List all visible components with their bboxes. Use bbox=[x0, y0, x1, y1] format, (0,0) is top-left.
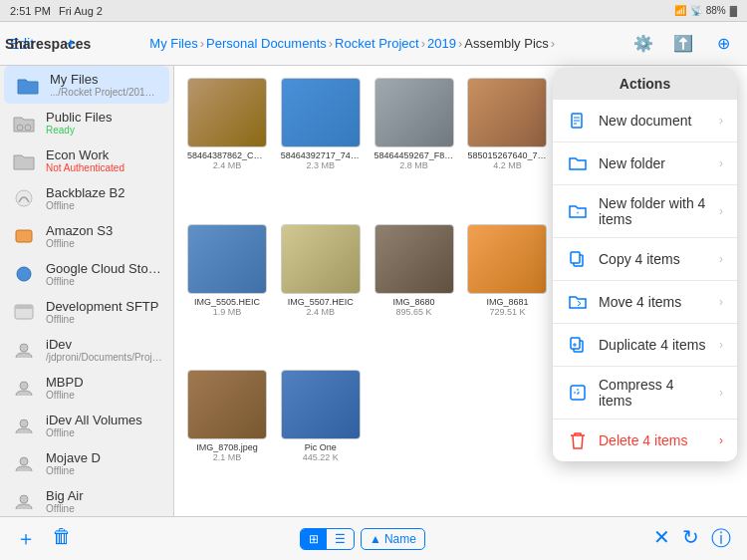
chevron-delete-4: › bbox=[719, 433, 723, 447]
nav-sharespaces-title: Sharespaces bbox=[38, 36, 58, 52]
action-compress-4[interactable]: Compress 4 items › bbox=[553, 367, 737, 420]
sharespaces-label: Sharespaces bbox=[5, 36, 91, 52]
idev-icon bbox=[10, 336, 38, 364]
file-name: 58464392717_7440E05-2...E05.JPG bbox=[281, 150, 361, 160]
settings-icon[interactable]: ⚙️ bbox=[629, 30, 657, 58]
backblaze-icon bbox=[10, 184, 38, 212]
sidebar-item-big-air[interactable]: Big Air Offline bbox=[0, 482, 173, 516]
sidebar-item-mbpd[interactable]: MBPD Offline bbox=[0, 369, 173, 407]
big-air-label: Big Air bbox=[46, 488, 163, 503]
sidebar-item-econ-work[interactable]: Econ Work Not Authenticated bbox=[0, 141, 173, 179]
action-new-document[interactable]: New document › bbox=[553, 100, 737, 142]
status-bar: 2:51 PM Fri Aug 2 📶 📡 88% ▓ bbox=[0, 0, 747, 22]
wifi-icon: 📡 bbox=[690, 5, 702, 16]
svg-point-24 bbox=[20, 457, 28, 465]
list-view-button[interactable]: ☰ bbox=[327, 529, 354, 549]
action-new-folder[interactable]: New folder › bbox=[553, 142, 737, 185]
breadcrumb-assembly-pics[interactable]: Assembly Pics bbox=[464, 36, 549, 51]
more-icon[interactable]: ⊕ bbox=[709, 30, 737, 58]
battery-icon: 📶 bbox=[674, 5, 686, 16]
svg-point-15 bbox=[25, 125, 31, 131]
mbpd-label: MBPD bbox=[46, 375, 163, 390]
file-thumb bbox=[187, 370, 267, 439]
add-button[interactable]: ＋ bbox=[16, 525, 36, 552]
sort-icon: ▲ bbox=[370, 532, 381, 546]
refresh-button[interactable]: ↻ bbox=[682, 525, 699, 552]
my-files-label: My Files bbox=[50, 72, 159, 87]
list-item[interactable]: 58464459267_F88071D3-0...254.JPG 2.8 MB bbox=[370, 74, 459, 216]
nav-bar: Edit Sharespaces + My Files › Personal D… bbox=[0, 22, 747, 66]
action-new-folder-4[interactable]: + New folder with 4 items › bbox=[553, 185, 737, 238]
new-folder-4-icon: + bbox=[567, 200, 589, 222]
dev-sftp-icon bbox=[10, 298, 38, 326]
list-item[interactable]: 58464392717_7440E05-2...E05.JPG 2.3 MB bbox=[276, 74, 366, 216]
sidebar-item-mojave[interactable]: Mojave D Offline bbox=[0, 444, 173, 482]
breadcrumb-my-files[interactable]: My Files bbox=[149, 36, 197, 51]
svg-point-14 bbox=[17, 125, 23, 131]
grid-view-button[interactable]: ⊞ bbox=[301, 529, 327, 549]
sidebar-item-amazon-s3[interactable]: Amazon S3 Offline bbox=[0, 217, 173, 255]
sidebar-item-my-files[interactable]: My Files .../Rocket Project/2019/Assembl… bbox=[4, 66, 169, 104]
nav-right: ⚙️ ⬆️ ⊕ bbox=[629, 30, 737, 58]
sort-button[interactable]: ▲ Name bbox=[361, 528, 425, 550]
amazon-s3-label: Amazon S3 bbox=[46, 223, 163, 238]
chevron-new-folder-4: › bbox=[719, 204, 723, 218]
compress-icon bbox=[567, 382, 589, 404]
file-thumb bbox=[374, 224, 454, 294]
breadcrumb-2019[interactable]: 2019 bbox=[427, 36, 456, 51]
mojave-icon bbox=[10, 449, 38, 477]
list-item[interactable]: 58464387862_CF5C0B61-...001.JPG 2.4 MB bbox=[182, 74, 272, 216]
mojave-label: Mojave D bbox=[46, 450, 163, 465]
idev-label: iDev bbox=[46, 337, 163, 352]
cross-button[interactable]: ✕ bbox=[653, 525, 670, 552]
trash-button[interactable]: 🗑 bbox=[52, 525, 72, 552]
svg-rect-17 bbox=[16, 230, 32, 242]
sidebar-item-public-files[interactable]: Public Files Ready bbox=[0, 104, 173, 141]
file-size: 445.22 K bbox=[303, 452, 339, 462]
sidebar-item-idev[interactable]: iDev /jdproni/Documents/Projects bbox=[0, 331, 173, 369]
file-size: 2.4 MB bbox=[213, 160, 242, 170]
list-item[interactable]: 585015267640_7DE3B431-5...F151.JPG 4.2 M… bbox=[463, 74, 553, 216]
add-icon[interactable]: + bbox=[66, 35, 75, 53]
idev-volumes-label: iDev All Volumes bbox=[46, 413, 163, 427]
chevron-duplicate-4: › bbox=[719, 338, 723, 352]
public-files-sub: Ready bbox=[46, 125, 163, 136]
list-item[interactable]: IMG_5505.HEIC 1.9 MB bbox=[182, 220, 272, 363]
public-files-icon bbox=[10, 109, 38, 137]
action-delete-4[interactable]: Delete 4 items › bbox=[553, 420, 737, 461]
file-size: 895.65 K bbox=[396, 307, 432, 317]
chevron-new-folder: › bbox=[719, 156, 723, 170]
delete-4-label: Delete 4 items bbox=[599, 432, 709, 448]
new-folder-label: New folder bbox=[599, 155, 709, 171]
info-button[interactable]: ⓘ bbox=[711, 525, 731, 552]
action-copy-4[interactable]: Copy 4 items › bbox=[553, 238, 737, 281]
sidebar-item-dev-sftp[interactable]: Development SFTP Offline bbox=[0, 293, 173, 331]
file-thumb bbox=[281, 224, 361, 294]
action-duplicate-4[interactable]: Duplicate 4 items › bbox=[553, 324, 737, 367]
dev-sftp-label: Development SFTP bbox=[46, 299, 163, 314]
breadcrumb-rocket-project[interactable]: Rocket Project bbox=[335, 36, 419, 51]
nav-right-area: ⚙️ ⬆️ ⊕ Actions New document › bbox=[629, 30, 737, 58]
move-icon bbox=[567, 291, 589, 313]
list-item[interactable]: IMG_8681 729.51 K bbox=[463, 220, 553, 363]
sidebar-item-idev-volumes[interactable]: iDev All Volumes Offline bbox=[0, 407, 173, 444]
sidebar-item-google-cloud[interactable]: Google Cloud Storage Offline bbox=[0, 255, 173, 293]
delete-icon bbox=[567, 429, 589, 451]
idev-sub: /jdproni/Documents/Projects bbox=[46, 352, 163, 363]
breadcrumb-personal-docs[interactable]: Personal Documents bbox=[206, 36, 327, 51]
svg-text:+: + bbox=[576, 209, 580, 215]
sidebar-item-backblaze[interactable]: Backblaze B2 Offline bbox=[0, 179, 173, 217]
list-item[interactable]: IMG_8708.jpeg 2.1 MB bbox=[182, 366, 272, 508]
dev-sftp-sub: Offline bbox=[46, 314, 163, 325]
list-item[interactable]: IMG_8680 895.65 K bbox=[370, 220, 459, 363]
big-air-icon bbox=[10, 487, 38, 515]
breadcrumb: My Files › Personal Documents › Rocket P… bbox=[149, 36, 555, 51]
share-icon[interactable]: ⬆️ bbox=[669, 30, 697, 58]
list-item[interactable]: IMG_5507.HEIC 2.4 MB bbox=[276, 220, 366, 363]
duplicate-4-label: Duplicate 4 items bbox=[599, 337, 709, 353]
action-move-4[interactable]: Move 4 items › bbox=[553, 281, 737, 324]
my-files-icon bbox=[14, 71, 42, 99]
nav-left: Edit Sharespaces + bbox=[10, 35, 75, 53]
svg-point-23 bbox=[20, 420, 28, 427]
list-item[interactable]: Pic One 445.22 K bbox=[276, 366, 366, 508]
